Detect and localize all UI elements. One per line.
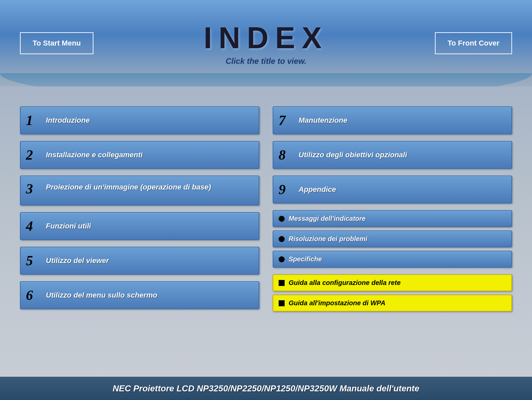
menu-item-4[interactable]: 4 Funzioni utili <box>20 212 259 240</box>
bullet-circle-1 <box>279 216 285 222</box>
top-section: To Start Menu INDEX Click the title to v… <box>0 0 532 86</box>
blue-sub-items: Messaggi dell'indicatore Risoluzione dei… <box>273 210 512 268</box>
sub-item-label-risoluzione: Risoluzione dei problemi <box>289 235 367 243</box>
sub-item-specifiche[interactable]: Specifiche <box>273 251 512 268</box>
to-start-menu-button[interactable]: To Start Menu <box>20 32 93 54</box>
sub-item-label-messaggi: Messaggi dell'indicatore <box>289 215 365 222</box>
main-content: 1 Introduzione 2 Installazione e collega… <box>0 86 532 377</box>
item-number-9: 9 <box>279 182 299 198</box>
item-label-8: Utilizzo degli obiettivi opzionali <box>299 151 407 159</box>
item-label-5: Utilizzo del viewer <box>46 256 109 265</box>
menu-item-8[interactable]: 8 Utilizzo degli obiettivi opzionali <box>273 141 512 169</box>
sub-item-risoluzione[interactable]: Risoluzione dei problemi <box>273 230 512 247</box>
item-label-2: Installazione e collegamenti <box>46 151 143 159</box>
menu-item-6[interactable]: 6 Utilizzo del menu sullo schermo <box>20 281 259 309</box>
bullet-square-1 <box>279 280 285 286</box>
menu-item-1[interactable]: 1 Introduzione <box>20 106 259 134</box>
yellow-sub-items: Guida alla configurazione della rete Gui… <box>273 274 512 312</box>
item-number-5: 5 <box>26 253 46 269</box>
item-number-7: 7 <box>279 112 299 128</box>
sub-item-label-guida-rete: Guida alla configurazione della rete <box>289 279 401 287</box>
page-title: INDEX <box>203 21 328 55</box>
item-number-3: 3 <box>26 181 46 197</box>
item-number-6: 6 <box>26 287 46 303</box>
sub-item-messaggi[interactable]: Messaggi dell'indicatore <box>273 210 512 227</box>
menu-item-9[interactable]: 9 Appendice <box>273 176 512 203</box>
bullet-circle-3 <box>279 256 285 262</box>
bottom-bar: NEC Proiettore LCD NP3250/NP2250/NP1250/… <box>0 377 532 400</box>
left-column: 1 Introduzione 2 Installazione e collega… <box>20 106 259 370</box>
footer-text: NEC Proiettore LCD NP3250/NP2250/NP1250/… <box>113 383 419 394</box>
menu-item-7[interactable]: 7 Manutenzione <box>273 106 512 134</box>
item-label-7: Manutenzione <box>299 116 347 125</box>
item-number-2: 2 <box>26 147 46 163</box>
item-number-1: 1 <box>26 112 46 128</box>
menu-item-2[interactable]: 2 Installazione e collegamenti <box>20 141 259 169</box>
right-column: 7 Manutenzione 8 Utilizzo degli obiettiv… <box>273 106 512 370</box>
sub-item-guida-rete[interactable]: Guida alla configurazione della rete <box>273 274 512 291</box>
item-label-9: Appendice <box>299 185 336 194</box>
sub-item-label-specifiche: Specifiche <box>289 255 322 263</box>
menu-item-5[interactable]: 5 Utilizzo del viewer <box>20 247 259 275</box>
menu-item-3[interactable]: 3 Proiezione di un'immagine (operazione … <box>20 176 259 205</box>
sub-item-guida-wpa[interactable]: Guida all'impostazione di WPA <box>273 295 512 312</box>
index-title: INDEX Click the title to view. <box>203 21 328 66</box>
item-number-4: 4 <box>26 218 46 234</box>
to-front-cover-button[interactable]: To Front Cover <box>435 32 512 54</box>
item-label-6: Utilizzo del menu sullo schermo <box>46 291 157 300</box>
item-label-3: Proiezione di un'immagine (operazione di… <box>46 181 211 193</box>
bullet-circle-2 <box>279 236 285 242</box>
sub-item-label-guida-wpa: Guida all'impostazione di WPA <box>289 299 385 307</box>
item-number-8: 8 <box>279 147 299 163</box>
page-subtitle: Click the title to view. <box>203 57 328 66</box>
item-label-1: Introduzione <box>46 116 90 125</box>
item-label-4: Funzioni utili <box>46 222 91 230</box>
bullet-square-2 <box>279 300 285 306</box>
